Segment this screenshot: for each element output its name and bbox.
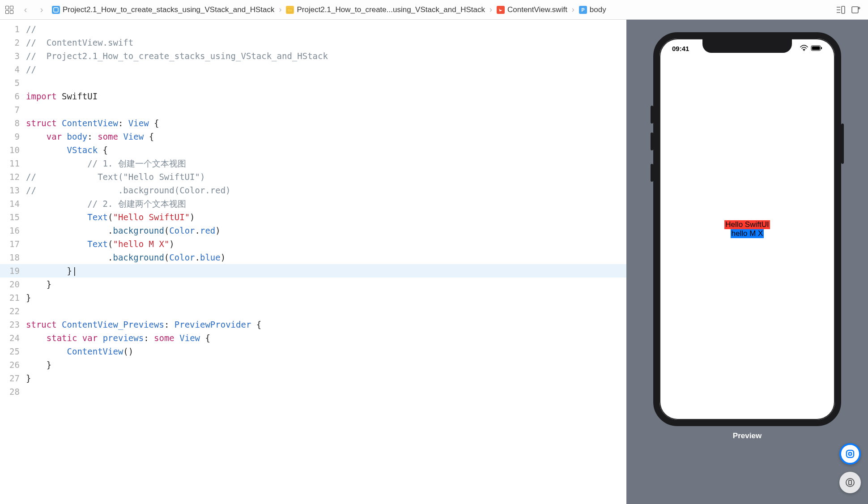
code-text[interactable]: } xyxy=(26,291,626,304)
line-number: 6 xyxy=(0,90,26,103)
code-text[interactable]: VStack { xyxy=(26,143,626,157)
code-line[interactable]: 1// xyxy=(0,22,626,36)
code-text[interactable]: Text("Hello SwiftUI") xyxy=(26,210,626,224)
add-editor-icon[interactable] xyxy=(850,4,862,16)
chevron-right-icon: › xyxy=(570,5,576,14)
code-line[interactable]: 9 var body: some View { xyxy=(0,130,626,143)
line-number: 23 xyxy=(0,318,26,331)
line-number: 2 xyxy=(0,36,26,49)
code-text[interactable]: } xyxy=(26,278,626,291)
code-line[interactable]: 17 Text("hello M X") xyxy=(0,237,626,251)
breadcrumb-file[interactable]: ContentView.swift xyxy=(497,5,567,14)
code-text[interactable]: // 2. 创建两个文本视图 xyxy=(26,197,626,210)
breadcrumb[interactable]: Project2.1_How_to_create_stacks_using_VS… xyxy=(52,5,830,14)
svg-point-14 xyxy=(846,478,854,487)
jump-bar: ‹ › Project2.1_How_to_create_stacks_usin… xyxy=(0,0,868,20)
code-line[interactable]: 27} xyxy=(0,372,626,385)
code-line[interactable]: 28 xyxy=(0,385,626,398)
code-line[interactable]: 5 xyxy=(0,76,626,90)
code-line[interactable]: 13// .background(Color.red) xyxy=(0,184,626,197)
code-text[interactable]: } xyxy=(26,372,626,385)
line-number: 26 xyxy=(0,358,26,372)
code-line[interactable]: 20 } xyxy=(0,278,626,291)
breadcrumb-symbol[interactable]: P body xyxy=(579,5,606,14)
line-number: 5 xyxy=(0,76,26,90)
code-line[interactable]: 8struct ContentView: View { xyxy=(0,116,626,130)
line-number: 19 xyxy=(0,264,26,278)
back-button[interactable]: ‹ xyxy=(20,4,31,16)
breadcrumb-symbol-label: body xyxy=(590,5,606,14)
breadcrumb-folder[interactable]: Project2.1_How_to_create...using_VStack_… xyxy=(286,5,485,14)
code-line[interactable]: 11 // 1. 创建一个文本视图 xyxy=(0,157,626,170)
code-text[interactable] xyxy=(26,304,626,318)
main-split: 1//2// ContentView.swift3// Project2.1_H… xyxy=(0,20,868,504)
code-text[interactable]: // ContentView.swift xyxy=(26,36,626,49)
preview-device[interactable]: 09:41 Hello SwiftUI hello M X xyxy=(653,32,841,426)
code-line[interactable]: 23struct ContentView_Previews: PreviewPr… xyxy=(0,318,626,331)
code-line[interactable]: 19 }| xyxy=(0,264,626,278)
code-line[interactable]: 14 // 2. 创建两个文本视图 xyxy=(0,197,626,210)
line-number: 3 xyxy=(0,49,26,63)
code-text[interactable] xyxy=(26,103,626,116)
code-text[interactable]: // Text("Hello SwiftUI") xyxy=(26,170,626,184)
live-preview-button[interactable] xyxy=(839,443,861,465)
code-text[interactable]: // Project2.1_How_to_create_stacks_using… xyxy=(26,49,626,63)
code-line[interactable]: 22 xyxy=(0,304,626,318)
code-line[interactable]: 12// Text("Hello SwiftUI") xyxy=(0,170,626,184)
editor-options xyxy=(835,4,864,16)
line-number: 14 xyxy=(0,197,26,210)
code-text[interactable]: // .background(Color.red) xyxy=(26,184,626,197)
line-number: 4 xyxy=(0,63,26,76)
preview-on-device-button[interactable] xyxy=(839,472,861,493)
code-text[interactable]: .background(Color.red) xyxy=(26,224,626,237)
canvas-preview: 09:41 Hello SwiftUI hello M X Pre xyxy=(626,20,868,504)
line-number: 12 xyxy=(0,170,26,184)
code-line[interactable]: 16 .background(Color.red) xyxy=(0,224,626,237)
code-text[interactable]: var body: some View { xyxy=(26,130,626,143)
code-line[interactable]: 26 } xyxy=(0,358,626,372)
forward-button[interactable]: › xyxy=(36,4,47,16)
code-text[interactable]: ContentView() xyxy=(26,345,626,358)
code-line[interactable]: 18 .background(Color.blue) xyxy=(0,251,626,264)
code-line[interactable]: 4// xyxy=(0,63,626,76)
svg-rect-12 xyxy=(847,450,854,457)
code-line[interactable]: 15 Text("Hello SwiftUI") xyxy=(0,210,626,224)
code-line[interactable]: 2// ContentView.swift xyxy=(0,36,626,49)
code-text[interactable]: import SwiftUI xyxy=(26,90,626,103)
code-line[interactable]: 10 VStack { xyxy=(0,143,626,157)
line-number: 28 xyxy=(0,385,26,398)
code-text[interactable]: } xyxy=(26,358,626,372)
preview-float-controls xyxy=(839,443,861,493)
property-icon: P xyxy=(579,6,587,14)
line-number: 20 xyxy=(0,278,26,291)
project-icon xyxy=(52,6,60,14)
code-text[interactable]: }| xyxy=(26,264,626,278)
code-text[interactable]: static var previews: some View { xyxy=(26,331,626,345)
preview-text-1: Hello SwiftUI xyxy=(724,220,770,229)
line-number: 24 xyxy=(0,331,26,345)
svg-rect-15 xyxy=(849,480,851,485)
code-text[interactable] xyxy=(26,385,626,398)
code-editor[interactable]: 1//2// ContentView.swift3// Project2.1_H… xyxy=(0,20,626,504)
code-text[interactable]: // 1. 创建一个文本视图 xyxy=(26,157,626,170)
line-number: 13 xyxy=(0,184,26,197)
code-text[interactable]: // xyxy=(26,63,626,76)
code-text[interactable] xyxy=(26,76,626,90)
code-text[interactable]: // xyxy=(26,22,626,36)
code-line[interactable]: 25 ContentView() xyxy=(0,345,626,358)
code-line[interactable]: 24 static var previews: some View { xyxy=(0,331,626,345)
code-line[interactable]: 6import SwiftUI xyxy=(0,90,626,103)
preview-content: Hello SwiftUI hello M X xyxy=(660,38,835,420)
code-line[interactable]: 3// Project2.1_How_to_create_stacks_usin… xyxy=(0,49,626,63)
related-items-icon[interactable] xyxy=(4,4,15,16)
code-text[interactable]: struct ContentView_Previews: PreviewProv… xyxy=(26,318,626,331)
code-line[interactable]: 7 xyxy=(0,103,626,116)
code-text[interactable]: struct ContentView: View { xyxy=(26,116,626,130)
adjust-editor-options-icon[interactable] xyxy=(835,4,847,16)
line-number: 18 xyxy=(0,251,26,264)
code-text[interactable]: .background(Color.blue) xyxy=(26,251,626,264)
line-number: 17 xyxy=(0,237,26,251)
breadcrumb-project[interactable]: Project2.1_How_to_create_stacks_using_VS… xyxy=(52,5,274,14)
code-text[interactable]: Text("hello M X") xyxy=(26,237,626,251)
code-line[interactable]: 21} xyxy=(0,291,626,304)
